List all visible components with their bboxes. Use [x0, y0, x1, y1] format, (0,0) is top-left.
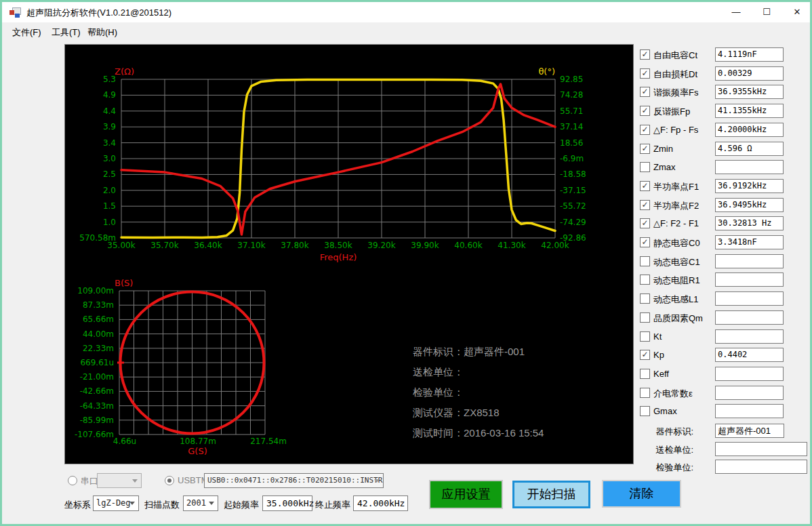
- param-value-input[interactable]: [715, 272, 784, 287]
- device-field-input[interactable]: 超声器件-001: [715, 424, 784, 438]
- param-checkbox[interactable]: [640, 406, 650, 416]
- maximize-button[interactable]: ☐: [755, 2, 778, 22]
- svg-text:37.80k: 37.80k: [281, 241, 308, 250]
- param-value-input[interactable]: [715, 254, 784, 268]
- param-value-input[interactable]: 4.1119nF: [715, 47, 784, 62]
- svg-text:Z(Ω): Z(Ω): [115, 66, 134, 77]
- param-checkbox[interactable]: ✓: [640, 87, 650, 97]
- svg-text:-85.99m: -85.99m: [80, 416, 114, 425]
- svg-text:65.66m: 65.66m: [83, 315, 114, 324]
- menu-file[interactable]: 文件(F): [12, 26, 41, 39]
- usbtmc-radio[interactable]: [165, 476, 174, 485]
- usbtmc-address-select[interactable]: USB0::0x0471::0x2786::T020215010::INSTR: [204, 473, 384, 488]
- param-checkbox[interactable]: [640, 162, 650, 172]
- param-row: ✓Kp0.4402: [640, 348, 803, 363]
- coord-system-select[interactable]: lgZ-Deg: [93, 495, 139, 511]
- param-checkbox[interactable]: [640, 275, 650, 285]
- param-row: ✓静态电容C03.3418nF: [640, 235, 803, 250]
- param-row: 动态电阻R1: [640, 272, 803, 287]
- svg-text:217.54m: 217.54m: [250, 437, 287, 446]
- param-row: Zmax: [640, 160, 803, 175]
- start-frequency-label: 起始频率: [224, 499, 259, 511]
- param-value-input[interactable]: 30.32813 Hz: [715, 216, 784, 230]
- param-value-input[interactable]: 36.9495kHz: [715, 198, 784, 212]
- param-label: Keff: [653, 369, 669, 379]
- serial-label: 串口: [81, 475, 98, 487]
- param-row: ✓△F: F2 - F130.32813 Hz: [640, 216, 803, 231]
- param-value-input[interactable]: 4.20000kHz: [715, 123, 784, 137]
- param-row: Gmax: [640, 404, 803, 419]
- svg-text:669.61u: 669.61u: [80, 358, 114, 367]
- start-frequency-input[interactable]: 35.000kHz: [262, 495, 312, 511]
- param-value-input[interactable]: 0.4402: [715, 348, 784, 362]
- svg-text:3.4: 3.4: [103, 138, 116, 148]
- param-value-input[interactable]: [715, 291, 784, 306]
- param-value-input[interactable]: [715, 310, 784, 325]
- param-checkbox[interactable]: ✓: [640, 218, 650, 228]
- param-label: 品质因素Qm: [653, 312, 703, 325]
- param-label: △F: F2 - F1: [653, 218, 699, 228]
- svg-text:74.28: 74.28: [560, 90, 583, 100]
- param-checkbox[interactable]: ✓: [640, 181, 650, 191]
- clear-button[interactable]: 清除: [602, 480, 681, 508]
- param-value-input[interactable]: [715, 160, 784, 174]
- param-value-input[interactable]: 3.3418nF: [715, 235, 784, 249]
- param-row: 动态电容C1: [640, 254, 803, 269]
- menu-tools[interactable]: 工具(T): [52, 26, 81, 39]
- svg-text:108.77m: 108.77m: [180, 437, 216, 446]
- param-row: ✓自由电容Ct4.1119nF: [640, 47, 803, 62]
- param-value-input[interactable]: [715, 404, 784, 418]
- param-checkbox[interactable]: [640, 331, 650, 342]
- overlay-line: 器件标识：超声器件-001: [413, 342, 544, 362]
- svg-text:θ(°): θ(°): [538, 66, 555, 77]
- param-row: ✓Zmin4.596 Ω: [640, 142, 803, 157]
- param-checkbox[interactable]: ✓: [640, 68, 650, 79]
- svg-text:1.0: 1.0: [103, 218, 116, 227]
- overlay-line: 测试时间：2016-03-16 15:54: [413, 423, 544, 443]
- close-button[interactable]: ✕: [786, 2, 809, 22]
- svg-text:35.70k: 35.70k: [150, 241, 178, 250]
- serial-radio[interactable]: [68, 476, 77, 485]
- param-checkbox[interactable]: ✓: [640, 106, 650, 116]
- param-checkbox[interactable]: ✓: [640, 200, 650, 210]
- param-checkbox[interactable]: [640, 294, 650, 304]
- param-checkbox[interactable]: [640, 312, 650, 323]
- param-label: 动态电阻R1: [653, 275, 700, 287]
- device-field-input[interactable]: [715, 460, 807, 474]
- param-value-input[interactable]: 36.9355kHz: [715, 85, 784, 99]
- param-checkbox[interactable]: ✓: [640, 144, 650, 154]
- param-checkbox[interactable]: ✓: [640, 237, 650, 247]
- device-field-input[interactable]: [715, 442, 807, 456]
- chevron-down-icon: [129, 502, 135, 505]
- param-checkbox[interactable]: [640, 256, 650, 266]
- param-row: ✓半功率点F236.9495kHz: [640, 198, 803, 213]
- param-value-input[interactable]: 4.596 Ω: [715, 142, 784, 156]
- serial-port-select[interactable]: [97, 473, 142, 488]
- start-scan-button[interactable]: 开始扫描: [512, 481, 590, 508]
- param-checkbox[interactable]: ✓: [640, 350, 650, 360]
- minimize-button[interactable]: —: [725, 2, 748, 22]
- param-value-input[interactable]: 0.00329: [715, 66, 784, 81]
- param-label: 介电常数ε: [653, 388, 693, 400]
- svg-text:4.9: 4.9: [103, 90, 116, 100]
- svg-text:-37.15: -37.15: [560, 186, 586, 195]
- apply-settings-button[interactable]: 应用设置: [429, 480, 503, 509]
- device-field-label: 检验单位:: [650, 462, 693, 474]
- param-label: △F: Fp - Fs: [653, 125, 698, 135]
- svg-text:37.14: 37.14: [560, 122, 583, 132]
- param-checkbox[interactable]: [640, 388, 650, 398]
- param-checkbox[interactable]: ✓: [640, 49, 650, 60]
- svg-text:-74.29: -74.29: [560, 218, 586, 227]
- scan-points-select[interactable]: 2001: [183, 495, 218, 511]
- param-value-input[interactable]: 36.9192kHz: [715, 179, 784, 193]
- menu-help[interactable]: 帮助(H): [87, 26, 117, 39]
- svg-text:92.85: 92.85: [560, 75, 583, 84]
- param-checkbox[interactable]: [640, 369, 650, 379]
- stop-frequency-input[interactable]: 42.000kHz: [353, 495, 408, 511]
- param-value-input[interactable]: [715, 329, 784, 344]
- param-value-input[interactable]: [715, 367, 784, 381]
- param-checkbox[interactable]: ✓: [640, 125, 650, 135]
- param-value-input[interactable]: [715, 386, 784, 400]
- svg-text:1.5: 1.5: [103, 201, 116, 211]
- param-value-input[interactable]: 41.1355kHz: [715, 104, 784, 118]
